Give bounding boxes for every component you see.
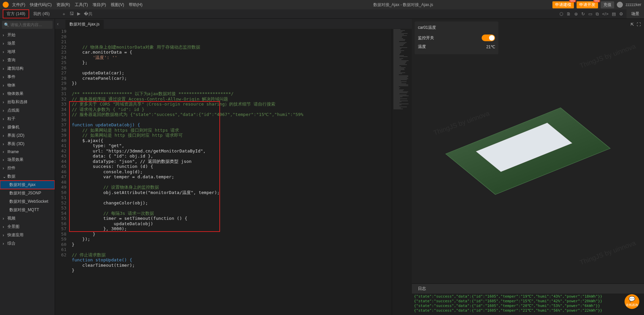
menu-item[interactable]: 帮助(H) [129, 2, 143, 8]
sidebar-tabs: 官方 (149) 我的 (45) [3, 9, 54, 18]
code-icon[interactable]: </> [602, 11, 608, 17]
editor-file-tab[interactable]: 数据对接_Ajax.js [65, 20, 104, 29]
apply-dev-button[interactable]: 申请开发new [577, 1, 598, 8]
app-logo-icon [3, 2, 9, 8]
secondary-bar: 官方 (149) 我的 (45) ＋ 🖫 ▶ �共 ⬡ 🗎 ⊕ ↻ ▭ ⧉ </… [0, 9, 644, 19]
tree-item[interactable]: Iframe [0, 148, 55, 155]
main-menu: 文件(F)快捷代码(C)资源(R)工具(T)项目(P)视图(V)帮助(H) [12, 2, 143, 8]
tree-item[interactable]: 数据 [0, 172, 55, 181]
tree-item[interactable]: 界面 (2D) [0, 131, 55, 140]
log-panel: 日志 {"state":"success","data":{"id":"1605… [412, 284, 644, 315]
code-editor[interactable]: 1920212223242526272829303132333435363738… [55, 29, 412, 315]
phone-icon[interactable]: ▭ [588, 11, 592, 17]
window-icon[interactable]: ⧉ [596, 11, 599, 17]
monitor-toggle[interactable] [482, 35, 495, 41]
chat-button[interactable]: 💬在线咨询 [625, 294, 639, 309]
tree-item[interactable]: 全景图 [0, 223, 55, 231]
tree-item[interactable]: 物体效果 [0, 89, 55, 98]
username[interactable]: zzzzzker [626, 2, 641, 7]
config-icon[interactable]: ⚙ [619, 11, 623, 17]
scene-tab[interactable]: 场景 [627, 9, 644, 18]
minimap[interactable] [392, 29, 412, 315]
menu-item[interactable]: 视图(V) [111, 2, 124, 8]
panel-switch-label: 监控开关 [418, 35, 434, 41]
tree-item[interactable]: 查询 [0, 56, 55, 64]
fullscreen-icon[interactable]: ⛶ [637, 22, 641, 27]
panel-temp-label: 温度 [418, 44, 426, 50]
cube-icon[interactable]: ⬡ [559, 11, 563, 17]
apply-model-button[interactable]: 申请建模new [552, 1, 574, 8]
sidebar: 🔍 请输入搜索内容... 开始场景地球查询建筑结构事件物体物体效果拾取和选择点线… [0, 19, 55, 315]
tree-item[interactable]: 点线面 [0, 106, 55, 115]
add-icon[interactable]: ＋ [62, 11, 66, 17]
tree-item[interactable]: 综合 [0, 239, 55, 248]
new-badge-icon: new [593, 0, 600, 2]
3d-viewport[interactable]: ThingJS by uinnova ThingJS by uinnova Th… [412, 19, 644, 284]
avatar-icon[interactable] [617, 2, 623, 8]
new-badge-icon: new [569, 0, 576, 2]
tree-child-item[interactable]: 数据对接_MQTT [0, 206, 55, 214]
tree[interactable]: 开始场景地球查询建筑结构事件物体物体效果拾取和选择点线面粒子摄像机界面 (2D)… [0, 31, 55, 315]
tree-item[interactable]: 物体 [0, 81, 55, 89]
tree-item[interactable]: 视频 [0, 214, 55, 223]
menu-item[interactable]: 项目(P) [93, 2, 106, 8]
tree-item[interactable]: 场景效果 [0, 155, 55, 164]
back-icon[interactable]: ‹ [57, 21, 59, 26]
tree-item[interactable]: 拾取和选择 [0, 98, 55, 106]
tree-child-item[interactable]: 数据对接_JSONP [0, 189, 55, 197]
menu-item[interactable]: 资源(R) [56, 2, 70, 8]
line-gutter: 1920212223242526272829303132333435363738… [55, 29, 70, 315]
search-input[interactable]: 🔍 请输入搜索内容... [2, 21, 53, 29]
tree-item[interactable]: 建筑结构 [0, 64, 55, 73]
tab-official[interactable]: 官方 (149) [3, 9, 29, 18]
run-icon[interactable]: ▶ [77, 11, 80, 17]
watermark: ThingJS by uinnova [579, 43, 637, 70]
menu-item[interactable]: 文件(F) [12, 2, 25, 8]
tree-item[interactable]: 控件 [0, 164, 55, 172]
panel-title: car01温度 [418, 25, 495, 30]
monitor-panel: car01温度 监控开关 温度21℃ [415, 21, 498, 54]
header-right: 数据对接_Ajax - 数据对接_Ajax.js 申请建模new 申请开发new… [373, 1, 641, 8]
tree-item[interactable]: 快速应用 [0, 231, 55, 239]
doc-icon[interactable]: 🗎 [567, 11, 571, 17]
tree-item[interactable]: 地球 [0, 48, 55, 56]
code-lines[interactable]: // 物体身上创建monitorData对象 用于存储动态监控数据 car.mo… [70, 29, 392, 315]
tree-item[interactable]: 开始 [0, 31, 55, 39]
panel-icon[interactable]: ▤ [612, 11, 616, 17]
globe-icon[interactable]: ⊕ [574, 11, 578, 17]
scene-building [476, 123, 573, 172]
watermark: ThingJS by uinnova [432, 110, 490, 137]
project-name: 数据对接_Ajax - 数据对接_Ajax.js [373, 2, 433, 8]
save-icon[interactable]: 🖫 [69, 11, 74, 17]
editor-area: ‹ 数据对接_Ajax.js 1920212223242526272829303… [55, 19, 412, 315]
tree-item[interactable]: 摄像机 [0, 123, 55, 131]
share-icon[interactable]: �共 [84, 11, 93, 17]
watermark: ThingJS by uinnova [579, 239, 637, 267]
tree-child-item[interactable]: 数据对接_Ajax [0, 181, 55, 189]
log-body[interactable]: {"state":"success","data":{"id":"1605","… [412, 294, 644, 314]
log-tab[interactable]: 日志 [415, 285, 429, 292]
refresh-icon[interactable]: ↻ [581, 11, 585, 17]
popout-icon[interactable]: ⇱ [631, 22, 634, 27]
preview-panel: ThingJS by uinnova ThingJS by uinnova Th… [412, 19, 644, 315]
tab-mine[interactable]: 我的 (45) [29, 9, 54, 18]
recharge-button[interactable]: 充值 [601, 1, 614, 8]
tree-item[interactable]: 界面 (3D) [0, 140, 55, 148]
menu-bar: 文件(F)快捷代码(C)资源(R)工具(T)项目(P)视图(V)帮助(H) 数据… [0, 0, 644, 9]
tree-item[interactable]: 事件 [0, 73, 55, 81]
tree-child-item[interactable]: 数据对接_WebSocket [0, 197, 55, 206]
editor-tabs: ‹ 数据对接_Ajax.js [55, 19, 412, 29]
tree-item[interactable]: 粒子 [0, 115, 55, 123]
main-area: 🔍 请输入搜索内容... 开始场景地球查询建筑结构事件物体物体效果拾取和选择点线… [0, 19, 644, 315]
panel-temp-value: 21℃ [486, 45, 495, 49]
menu-item[interactable]: 快捷代码(C) [30, 2, 52, 8]
menu-item[interactable]: 工具(T) [75, 2, 88, 8]
tree-item[interactable]: 场景 [0, 39, 55, 48]
